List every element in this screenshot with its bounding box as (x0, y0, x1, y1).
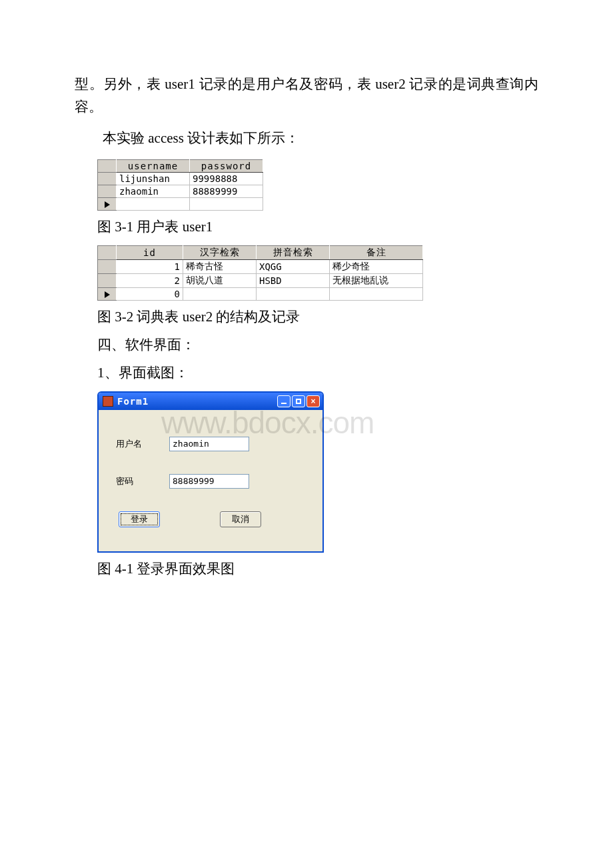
col-header-password: password (190, 159, 263, 172)
cancel-button[interactable]: 取消 (220, 511, 261, 527)
col-header-hanzi: 汉字检索 (183, 245, 257, 259)
access-caption-line: 本实验 access 设计表如下所示： (75, 127, 538, 150)
current-row-arrow-icon (105, 201, 110, 208)
maximize-button[interactable] (292, 395, 305, 407)
password-input[interactable]: 88889999 (169, 474, 249, 489)
col-header-username: username (117, 159, 190, 172)
titlebar[interactable]: Form1 × (99, 393, 322, 410)
form1-window: Form1 × 用户名 zhaomin 密码 88889999 登录 (97, 391, 324, 553)
username-input[interactable]: zhaomin (169, 437, 249, 451)
close-button[interactable]: × (306, 395, 320, 407)
window-title: Form1 (117, 396, 277, 407)
row-header-blank (98, 245, 117, 259)
minimize-button[interactable] (277, 395, 291, 407)
section-4-heading: 四、软件界面： (97, 335, 538, 354)
row-header-blank (98, 159, 117, 172)
username-label: 用户名 (116, 438, 169, 450)
intro-paragraph: 型。另外，表 user1 记录的是用户名及密码，表 user2 记录的是词典查询… (75, 73, 538, 118)
table-new-row (98, 197, 263, 210)
col-header-note: 备注 (330, 245, 423, 259)
col-header-id: id (117, 245, 183, 259)
figure-3-1-caption: 图 3-1 用户表 user1 (97, 217, 538, 236)
current-row-arrow-icon (105, 291, 110, 298)
login-button[interactable]: 登录 (119, 511, 160, 527)
figure-4-1-caption: 图 4-1 登录界面效果图 (97, 559, 538, 578)
table-row: 1 稀奇古怪 XQGG 稀少奇怪 (98, 259, 423, 273)
table-row: lijunshan 99998888 (98, 172, 263, 185)
app-icon (103, 396, 113, 407)
figure-3-2-caption: 图 3-2 词典表 user2 的结构及记录 (97, 307, 538, 326)
password-label: 密码 (116, 475, 169, 487)
col-header-pinyin: 拼音检索 (257, 245, 330, 259)
user1-table: username password lijunshan 99998888 zha… (97, 159, 538, 211)
user2-table: id 汉字检索 拼音检索 备注 1 稀奇古怪 XQGG 稀少奇怪 2 胡说八道 … (97, 245, 538, 301)
table-row: zhaomin 88889999 (98, 185, 263, 197)
table-new-row: 0 (98, 287, 423, 300)
table-row: 2 胡说八道 HSBD 无根据地乱说 (98, 273, 423, 287)
section-4-sub1: 1、界面截图： (97, 363, 538, 382)
